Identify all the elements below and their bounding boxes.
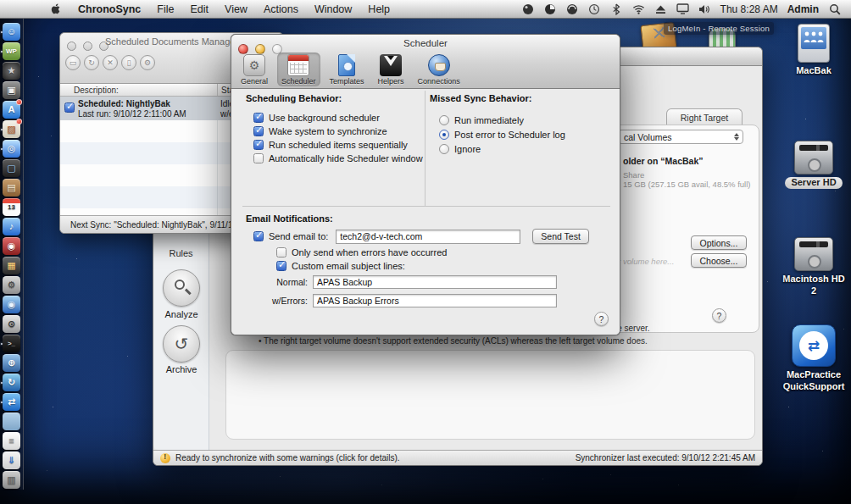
templates-icon — [338, 54, 355, 76]
checkbox[interactable] — [253, 113, 264, 123]
dock-dvd-player-icon[interactable]: ◉ — [3, 237, 20, 255]
dock-terminal-icon[interactable]: >_ — [3, 335, 20, 352]
icon-label: MacBak — [796, 65, 832, 77]
clock-outline-icon[interactable] — [588, 3, 601, 15]
menu-bar-clock[interactable]: Thu 8:28 AM — [720, 3, 778, 15]
menu-actions[interactable]: Actions — [264, 3, 298, 15]
checkbox-row-run-scheduled-items-sequentially[interactable]: Run scheduled items sequentially — [253, 138, 423, 152]
dock-folder-icon[interactable] — [3, 413, 20, 430]
dock-safari-icon[interactable]: ◎ — [3, 140, 20, 158]
scheduler-titlebar[interactable]: Scheduler GeneralSchedulerTemplatesHelpe… — [231, 35, 620, 89]
remove-button[interactable]: ✕ — [103, 55, 118, 70]
menu-view[interactable]: View — [225, 3, 248, 15]
radio-row-run-immediately[interactable]: Run immediately — [439, 113, 565, 127]
checkbox-label: Use background scheduler — [269, 113, 380, 123]
dock-mission-control-icon[interactable]: ▣ — [3, 81, 20, 99]
archive-button[interactable]: ↺ — [163, 325, 200, 363]
right-target-tab[interactable]: Right Target — [666, 108, 743, 125]
checkbox[interactable] — [253, 140, 264, 150]
warning-status-icon — [160, 453, 170, 463]
target-help-button[interactable]: ? — [712, 308, 726, 323]
volume-icon[interactable] — [698, 3, 711, 15]
dock-launchpad-icon[interactable]: ★ — [3, 62, 20, 80]
toolbar-item-general[interactable]: General — [236, 53, 272, 86]
status-message[interactable]: Ready to synchronize with some warnings … — [175, 453, 400, 462]
toolbar-item-templates[interactable]: Templates — [325, 53, 369, 86]
email-address-field[interactable] — [336, 230, 520, 244]
document-button[interactable]: ▯ — [121, 55, 136, 70]
volume-dropdown[interactable]: cal Volumes — [618, 130, 743, 144]
dock-finder-icon[interactable]: ☺ — [3, 23, 20, 41]
dock-contacts-icon[interactable]: ▤ — [3, 179, 20, 197]
radio-row-post-error-to-scheduler-log[interactable]: Post error to Scheduler log — [439, 127, 565, 141]
sync-orb-icon[interactable] — [522, 3, 535, 15]
normal-subject-field[interactable] — [313, 275, 557, 289]
radio-button[interactable] — [439, 115, 449, 125]
checkbox-row-wake-system-to-synchronize[interactable]: Wake system to synchronize — [253, 125, 423, 138]
radio-button[interactable] — [439, 144, 449, 154]
pie-clock-icon[interactable] — [544, 3, 557, 15]
dock-network-utility-icon[interactable]: ⊕ — [3, 354, 20, 372]
dock-clock-app-icon[interactable]: ⊙ — [3, 315, 20, 333]
analyze-button[interactable] — [163, 269, 200, 307]
custom-subject-checkbox[interactable] — [276, 261, 286, 271]
checkbox-row-use-background-scheduler[interactable]: Use background scheduler — [253, 111, 423, 125]
toolbar-item-helpers[interactable]: Helpers — [374, 53, 409, 86]
only-errors-checkbox[interactable] — [276, 247, 286, 258]
bluetooth-icon[interactable] — [610, 3, 623, 15]
eject-icon[interactable] — [654, 3, 667, 15]
dock-trash-icon[interactable]: ▥ — [3, 471, 20, 489]
desktop-icon-macbak[interactable]: MacBak — [773, 24, 851, 77]
checkbox-row-automatically-hide-scheduler-window[interactable]: Automatically hide Scheduler window — [253, 152, 423, 165]
dock-system-preferences-icon[interactable]: ⚙ — [3, 276, 20, 294]
apple-menu-icon[interactable] — [49, 3, 62, 15]
dock-wordperfect-icon[interactable]: WP — [3, 42, 20, 60]
toolbar-label: General — [241, 77, 268, 86]
scheduler-help-button[interactable]: ? — [594, 312, 609, 326]
dock-photos-icon[interactable]: ▨ — [3, 120, 20, 138]
dark-orb-icon[interactable] — [566, 3, 579, 15]
radio-row-ignore[interactable]: Ignore — [439, 141, 565, 156]
column-description[interactable]: Description: — [60, 86, 119, 95]
hard-drive-icon — [794, 237, 833, 271]
errors-subject-field[interactable] — [313, 294, 557, 307]
fast-user-switch[interactable]: Admin — [787, 3, 819, 15]
row-checkbox[interactable] — [64, 102, 75, 113]
dock-itunes-icon[interactable]: ♪ — [3, 218, 20, 235]
menu-file[interactable]: File — [157, 3, 174, 15]
dock-network-globe-icon[interactable]: ◉ — [3, 296, 20, 313]
dock-teamviewer-icon[interactable]: ⇄ — [3, 393, 20, 411]
dock-calendar-icon[interactable]: 13 — [3, 198, 20, 216]
dock-photo-booth-icon[interactable]: ▦ — [3, 257, 20, 274]
dock-app-store-icon[interactable]: A — [3, 101, 20, 119]
status-button[interactable]: ▭ — [65, 55, 81, 70]
spotlight-icon[interactable] — [828, 3, 841, 15]
menu-help[interactable]: Help — [368, 3, 390, 15]
sidebar-rules-label[interactable]: Rules — [153, 248, 209, 258]
choose-button[interactable]: Choose... — [691, 253, 747, 268]
menu-window[interactable]: Window — [314, 3, 352, 15]
checkbox[interactable] — [253, 153, 264, 163]
app-menu-title[interactable]: ChronoSync — [78, 3, 141, 15]
sync-button[interactable]: ↻ — [84, 55, 99, 70]
toolbar-item-scheduler[interactable]: Scheduler — [277, 53, 320, 86]
send-test-button[interactable]: Send Test — [532, 229, 589, 244]
options-button[interactable]: Options... — [691, 235, 747, 250]
desktop-icon-quicksupport[interactable]: ⇄ MacPractice QuickSupport — [768, 324, 851, 393]
desktop-icon-macintosh-hd-2[interactable]: Macintosh HD 2 — [773, 237, 851, 297]
settings-button[interactable]: ⚙ — [140, 55, 155, 70]
dock-installer-doc-icon[interactable]: ⇓ — [3, 451, 20, 469]
scheduler-window: Scheduler GeneralSchedulerTemplatesHelpe… — [231, 34, 620, 335]
checkbox[interactable] — [253, 126, 264, 136]
icon-label: Macintosh HD 2 — [781, 274, 847, 297]
display-icon[interactable] — [676, 3, 689, 15]
wifi-icon[interactable] — [632, 3, 645, 15]
menu-edit[interactable]: Edit — [190, 3, 209, 15]
send-email-checkbox[interactable] — [253, 231, 264, 241]
dock-facetime-icon[interactable]: ▢ — [3, 159, 20, 177]
dock-chronosync-app-icon[interactable]: ↻ — [3, 374, 20, 391]
radio-button[interactable] — [439, 130, 449, 140]
desktop-icon-server-hd[interactable]: Server HD — [773, 141, 851, 189]
toolbar-item-connections[interactable]: Connections — [414, 53, 464, 86]
dock-document-icon[interactable]: ≡ — [3, 432, 20, 450]
